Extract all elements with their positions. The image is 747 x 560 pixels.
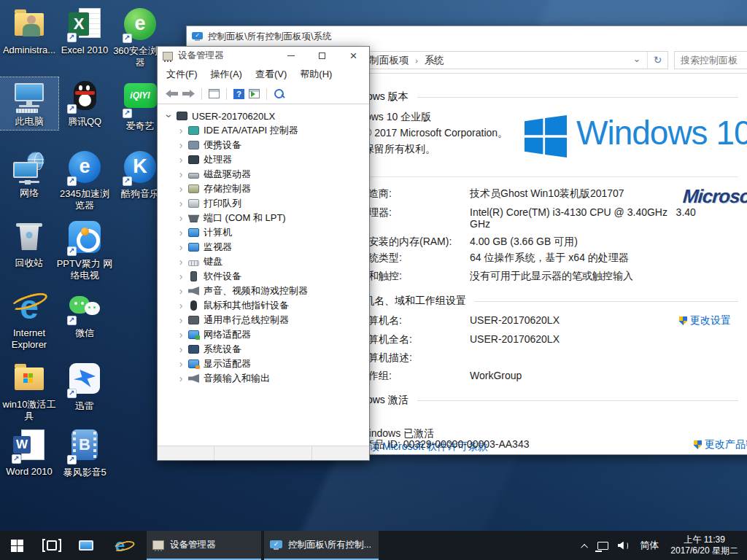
recycle-bin-icon <box>12 220 47 255</box>
expand-chevron-icon[interactable] <box>175 184 187 194</box>
expand-chevron-icon[interactable] <box>175 228 187 238</box>
tree-node[interactable]: 音频输入和输出 <box>158 371 369 386</box>
taskbar-button-control-panel[interactable]: ✓ 控制面板\所有控制... <box>264 531 379 560</box>
expand-chevron-icon[interactable] <box>175 286 187 296</box>
desktop-icon-label: 此电脑 <box>0 116 58 128</box>
expand-chevron-icon[interactable] <box>175 125 187 136</box>
help-icon[interactable]: ? <box>233 89 244 99</box>
expand-chevron-icon[interactable] <box>175 300 187 311</box>
menu-file[interactable]: 文件(F) <box>160 65 204 84</box>
tree-node[interactable]: 打印队列 <box>158 196 369 211</box>
task-view-button[interactable] <box>34 531 69 560</box>
tree-node[interactable]: 软件设备 <box>158 269 369 284</box>
desktop-icon-xunlei[interactable]: 迅雷 <box>55 360 114 414</box>
title-bar[interactable]: ✓ 控制面板\所有控制面板项\系统 <box>187 26 747 47</box>
tree-node[interactable]: IDE ATA/ATAPI 控制器 <box>158 123 369 138</box>
tree-node[interactable]: 端口 (COM 和 LPT) <box>158 211 369 225</box>
desktop-icon-label: Internet Explorer <box>0 327 58 351</box>
desktop-icon-pptv[interactable]: PPTV聚力 网 络电视 <box>55 219 114 284</box>
expand-chevron-icon[interactable] <box>175 242 187 252</box>
volume-tray-button[interactable] <box>613 542 632 550</box>
desktop-icon-2345-browser[interactable]: e 2345加速浏 览器 <box>55 149 114 214</box>
change-product-key-link[interactable]: 更改产品密钥 <box>694 438 747 451</box>
expand-chevron-icon[interactable] <box>175 315 187 325</box>
windows-logo-flag-icon <box>525 115 567 160</box>
scan-hardware-changes-icon[interactable] <box>274 88 285 99</box>
menu-bar: 文件(F) 操作(A) 查看(V) 帮助(H) <box>158 65 369 84</box>
desktop-icon-baofeng[interactable]: B 暴风影音5 <box>55 427 114 481</box>
desktop-icon-excel-2010[interactable]: X Excel 2010 <box>55 6 114 58</box>
network-tray-button[interactable] <box>593 542 613 550</box>
show-console-tree-icon[interactable] <box>209 89 220 98</box>
back-icon[interactable] <box>166 90 178 98</box>
windows-start-icon <box>11 540 23 552</box>
tree-node[interactable]: 存储控制器 <box>158 182 369 196</box>
expand-chevron-icon[interactable] <box>175 257 187 267</box>
expand-chevron-icon[interactable] <box>175 359 187 369</box>
taskbar-button-device-manager[interactable]: 设备管理器 <box>147 531 261 560</box>
task-view-icon <box>42 539 45 552</box>
action-pane-icon[interactable] <box>249 89 260 98</box>
desktop-icon-tencent-qq[interactable]: 腾讯QQ <box>55 77 114 130</box>
start-button[interactable] <box>0 531 34 560</box>
shortcut-arrow-icon <box>67 33 77 42</box>
change-settings-link[interactable]: 更改设置 <box>679 314 731 327</box>
desktop-icon-word-2010[interactable]: W Word 2010 <box>0 427 58 480</box>
minimize-button[interactable] <box>275 47 306 65</box>
tree-node[interactable]: 键盘 <box>158 254 369 269</box>
desktop-icon-internet-explorer[interactable]: e Internet Explorer <box>0 289 58 353</box>
maximize-button[interactable] <box>306 47 338 65</box>
expand-chevron-icon[interactable] <box>175 198 187 209</box>
address-dropdown-button[interactable] <box>628 52 646 69</box>
status-bar <box>158 446 369 460</box>
tree-node[interactable]: 监视器 <box>158 240 369 254</box>
window-title: 控制面板\所有控制面板项\系统 <box>208 31 747 43</box>
refresh-button[interactable] <box>647 52 667 69</box>
tree-node[interactable]: 处理器 <box>158 152 369 167</box>
menu-view[interactable]: 查看(V) <box>249 65 293 84</box>
expand-chevron-icon[interactable] <box>175 155 187 165</box>
desktop-icon-network[interactable]: 网络 <box>0 149 58 201</box>
desktop-icon-win10-activator[interactable]: win10激活工 具 <box>0 360 58 424</box>
tree-node[interactable]: 便携设备 <box>158 138 369 152</box>
desktop-icon-administrator[interactable]: Administra... <box>0 6 58 58</box>
search-input[interactable] <box>674 51 747 69</box>
title-bar[interactable]: 设备管理器 <box>158 47 369 65</box>
collapse-chevron-icon[interactable] <box>163 111 175 121</box>
expand-chevron-icon[interactable] <box>175 373 187 384</box>
show-hidden-icons-button[interactable] <box>577 539 593 552</box>
expand-chevron-icon[interactable] <box>175 330 187 340</box>
shortcut-arrow-icon <box>67 176 77 186</box>
desktop-icon-recycle-bin[interactable]: 回收站 <box>0 219 58 271</box>
desktop-icon-this-pc[interactable]: 此电脑 <box>0 77 58 130</box>
tree-node-computer-root[interactable]: USER-20170620LX <box>158 109 369 123</box>
forward-icon[interactable] <box>182 90 195 98</box>
expand-chevron-icon[interactable] <box>175 140 187 150</box>
tree-node[interactable]: 网络适配器 <box>158 327 369 342</box>
tree-node[interactable]: 计算机 <box>158 225 369 240</box>
close-button[interactable] <box>338 47 369 65</box>
breadcrumb-item[interactable]: 系统 <box>423 54 446 67</box>
tree-node[interactable]: 声音、视频和游戏控制器 <box>158 284 369 298</box>
expand-chevron-icon[interactable] <box>175 271 187 281</box>
tree-node[interactable]: 通用串行总线控制器 <box>158 313 369 327</box>
spec-row: 已安装的内存(RAM):4.00 GB (3.66 GB 可用) <box>358 236 578 249</box>
ime-indicator[interactable]: 简体 <box>632 539 666 552</box>
expand-chevron-icon[interactable] <box>175 344 187 354</box>
tree-node[interactable]: 系统设备 <box>158 342 369 357</box>
tree-node[interactable]: 鼠标和其他指针设备 <box>158 298 369 313</box>
internet-explorer-icon: e <box>115 537 125 554</box>
tree-node[interactable]: 磁盘驱动器 <box>158 167 369 182</box>
minimize-button[interactable] <box>735 26 747 47</box>
desktop-icon-wechat[interactable]: 微信 <box>55 289 114 341</box>
expand-chevron-icon[interactable] <box>175 213 187 223</box>
menu-help[interactable]: 帮助(H) <box>293 65 338 84</box>
taskbar-clock[interactable]: 上午 11:39 2017/6/20 星期二 <box>666 534 747 556</box>
tree-node[interactable]: 显示适配器 <box>158 357 369 371</box>
taskbar-file-explorer-button[interactable] <box>69 531 103 560</box>
desktop-icon-label: 微信 <box>55 327 114 339</box>
expand-chevron-icon[interactable] <box>175 169 187 179</box>
menu-action[interactable]: 操作(A) <box>204 65 249 84</box>
xunlei-bird-icon <box>67 363 102 398</box>
taskbar-ie-button[interactable]: e <box>103 531 137 560</box>
